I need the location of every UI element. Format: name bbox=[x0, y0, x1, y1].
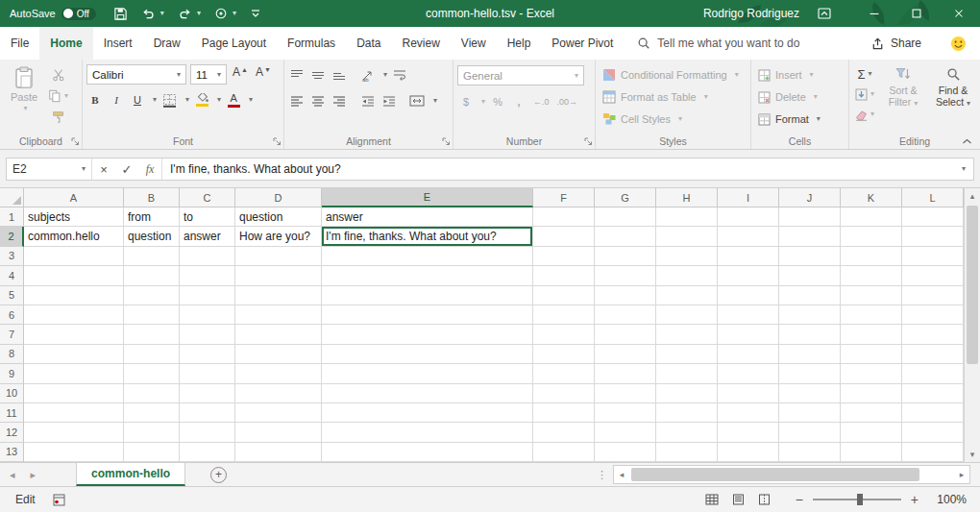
decrease-font-size-button[interactable]: A▼ bbox=[254, 65, 273, 85]
row-header-6[interactable]: 6 bbox=[0, 305, 24, 325]
autosum-dropdown[interactable]: ▾ bbox=[869, 70, 872, 78]
vertical-scrollbar[interactable]: ▴ ▾ bbox=[964, 188, 980, 462]
decrease-indent-button[interactable] bbox=[359, 91, 377, 110]
cell-I2[interactable] bbox=[718, 227, 779, 246]
find-select-button[interactable]: Find & Select▾ bbox=[930, 64, 976, 124]
cell-J5[interactable] bbox=[779, 286, 841, 305]
cell-J2[interactable] bbox=[779, 227, 841, 246]
tab-view[interactable]: View bbox=[451, 27, 497, 60]
cut-button[interactable] bbox=[46, 65, 70, 85]
cell-C7[interactable] bbox=[180, 325, 235, 344]
merge-center-button[interactable] bbox=[407, 91, 427, 110]
collapse-ribbon-button[interactable] bbox=[962, 137, 972, 145]
cell-F9[interactable] bbox=[533, 364, 595, 383]
zoom-slider[interactable] bbox=[813, 499, 901, 500]
fill-color-dropdown[interactable]: ▾ bbox=[217, 96, 221, 104]
cell-B4[interactable] bbox=[124, 266, 180, 285]
cell-D9[interactable] bbox=[235, 364, 322, 383]
format-painter-button[interactable] bbox=[46, 108, 70, 127]
cell-G1[interactable] bbox=[595, 207, 656, 227]
cell-L4[interactable] bbox=[902, 266, 964, 285]
cell-C6[interactable] bbox=[180, 305, 235, 325]
name-box-dropdown[interactable]: ▾ bbox=[82, 165, 86, 173]
cell-E1[interactable]: answer bbox=[322, 207, 533, 227]
undo-button[interactable]: ▾ bbox=[141, 7, 164, 21]
align-top-button[interactable] bbox=[288, 65, 306, 85]
number-format-select[interactable]: General▾ bbox=[457, 65, 584, 85]
cell-E2[interactable]: I'm fine, thanks. What about you? bbox=[322, 227, 533, 246]
orientation-button[interactable]: ab bbox=[359, 65, 377, 85]
cell-A3[interactable] bbox=[24, 247, 124, 266]
merge-center-dropdown[interactable]: ▾ bbox=[433, 97, 437, 105]
align-bottom-button[interactable] bbox=[331, 65, 348, 85]
underline-dropdown[interactable]: ▾ bbox=[153, 96, 157, 104]
cell-C9[interactable] bbox=[180, 364, 235, 383]
next-sheet-arrow[interactable]: ▸ bbox=[31, 469, 37, 481]
cell-B13[interactable] bbox=[124, 443, 180, 462]
cell-C12[interactable] bbox=[180, 423, 235, 442]
column-header-L[interactable]: L bbox=[902, 188, 964, 207]
cell-C2[interactable]: answer bbox=[180, 227, 235, 246]
row-header-11[interactable]: 11 bbox=[0, 403, 24, 423]
cell-A8[interactable] bbox=[24, 345, 124, 364]
borders-button[interactable] bbox=[160, 90, 179, 110]
cell-G7[interactable] bbox=[595, 325, 656, 344]
cell-L13[interactable] bbox=[902, 443, 964, 462]
cell-H3[interactable] bbox=[656, 247, 718, 266]
row-header-5[interactable]: 5 bbox=[0, 286, 24, 305]
cell-H7[interactable] bbox=[656, 325, 718, 344]
cell-C1[interactable]: to bbox=[180, 207, 235, 227]
cell-F3[interactable] bbox=[533, 247, 595, 266]
cell-G10[interactable] bbox=[595, 384, 656, 403]
cell-F12[interactable] bbox=[533, 423, 595, 442]
accounting-format-button[interactable]: $ bbox=[457, 92, 475, 111]
tab-page-layout[interactable]: Page Layout bbox=[191, 27, 277, 60]
redo-button[interactable]: ▾ bbox=[178, 7, 201, 21]
cell-styles-button[interactable]: Cell Styles▾ bbox=[600, 109, 747, 130]
cell-L1[interactable] bbox=[902, 207, 964, 227]
cell-I8[interactable] bbox=[718, 345, 779, 364]
new-sheet-button[interactable]: + bbox=[210, 467, 227, 483]
tab-power-pivot[interactable]: Power Pivot bbox=[541, 27, 624, 60]
cell-E7[interactable] bbox=[322, 325, 533, 344]
cell-L7[interactable] bbox=[902, 325, 964, 344]
cell-H9[interactable] bbox=[656, 364, 718, 383]
cell-A12[interactable] bbox=[24, 423, 124, 442]
enter-entry-button[interactable]: ✓ bbox=[115, 158, 138, 180]
customize-qat-button[interactable] bbox=[250, 8, 261, 19]
previous-sheet-arrow[interactable]: ◂ bbox=[10, 469, 15, 481]
cell-D11[interactable] bbox=[235, 403, 322, 423]
cell-H4[interactable] bbox=[656, 266, 718, 285]
horizontal-scroll-track[interactable] bbox=[629, 466, 954, 483]
fill-button[interactable]: ▾ bbox=[853, 85, 876, 104]
align-middle-button[interactable] bbox=[309, 65, 327, 85]
column-header-C[interactable]: C bbox=[180, 188, 235, 207]
cell-A10[interactable] bbox=[24, 384, 124, 403]
increase-indent-button[interactable] bbox=[380, 91, 398, 110]
cell-G13[interactable] bbox=[595, 443, 656, 462]
tab-review[interactable]: Review bbox=[391, 27, 450, 60]
cell-D13[interactable] bbox=[235, 443, 322, 462]
row-header-3[interactable]: 3 bbox=[0, 247, 24, 266]
column-header-G[interactable]: G bbox=[595, 188, 656, 207]
tab-help[interactable]: Help bbox=[497, 27, 542, 60]
horizontal-scroll-thumb[interactable] bbox=[631, 468, 919, 481]
zoom-level[interactable]: 100% bbox=[934, 493, 967, 506]
font-name-select[interactable]: Calibri▾ bbox=[86, 64, 186, 85]
cell-A11[interactable] bbox=[24, 403, 124, 423]
cell-J10[interactable] bbox=[779, 384, 841, 403]
cell-K7[interactable] bbox=[841, 325, 902, 344]
cell-D2[interactable]: How are you? bbox=[235, 227, 322, 246]
conditional-formatting-button[interactable]: Conditional Formatting▾ bbox=[600, 64, 747, 85]
cell-E10[interactable] bbox=[322, 384, 533, 403]
cell-F4[interactable] bbox=[533, 266, 595, 285]
cell-H5[interactable] bbox=[656, 286, 718, 305]
cell-C5[interactable] bbox=[180, 286, 235, 305]
cell-E9[interactable] bbox=[322, 364, 533, 383]
font-color-dropdown[interactable]: ▾ bbox=[249, 96, 253, 104]
autosum-button[interactable]: Σ▾ bbox=[853, 64, 876, 84]
autosave-pill[interactable]: Off bbox=[61, 8, 96, 20]
cell-I6[interactable] bbox=[718, 305, 779, 325]
cell-E11[interactable] bbox=[322, 403, 533, 423]
paste-button[interactable]: Paste ▾ bbox=[4, 63, 44, 133]
